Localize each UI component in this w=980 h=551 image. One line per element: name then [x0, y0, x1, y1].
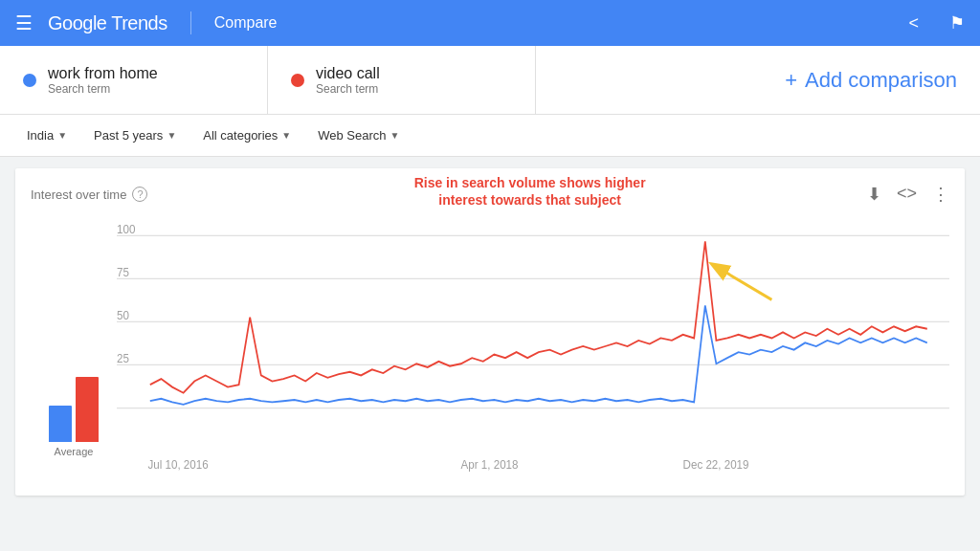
svg-text:Jul 10, 2016: Jul 10, 2016	[147, 458, 209, 472]
chart-actions: ⬇ <> ⋮	[867, 184, 949, 205]
help-icon[interactable]: ?	[132, 187, 147, 202]
filter-search-type[interactable]: Web Search ▼	[306, 122, 411, 148]
svg-line-9	[713, 265, 771, 300]
feedback-icon[interactable]: ⚑	[949, 12, 965, 33]
filter-search-type-arrow: ▼	[390, 130, 400, 141]
search-term-2[interactable]: video call Search term	[268, 46, 536, 114]
search-term-1[interactable]: work from home Search term	[0, 46, 268, 114]
average-bar-chart	[49, 365, 99, 442]
red-line	[150, 241, 927, 392]
filter-region-arrow: ▼	[57, 130, 67, 141]
compare-label: Compare	[214, 14, 278, 32]
term-name-1: work from home	[48, 65, 158, 82]
filter-bar: India ▼ Past 5 years ▼ All categories ▼ …	[0, 115, 980, 157]
svg-text:100: 100	[117, 223, 136, 236]
share-icon[interactable]: <	[908, 13, 919, 33]
svg-text:50: 50	[117, 309, 129, 322]
main-content: Rise in search volume shows higherintere…	[0, 157, 980, 507]
filter-category-label: All categories	[203, 128, 278, 143]
svg-text:Apr 1, 2018: Apr 1, 2018	[461, 458, 519, 472]
term-dot-2	[291, 74, 304, 87]
filter-search-type-label: Web Search	[318, 128, 386, 143]
search-bar: work from home Search term video call Se…	[0, 46, 980, 115]
term-info-1: work from home Search term	[48, 65, 158, 96]
filter-region[interactable]: India ▼	[15, 122, 78, 148]
filter-category-arrow: ▼	[281, 130, 291, 141]
add-comparison-label: Add comparison	[805, 68, 957, 93]
chart-header: Interest over time ? ⬇ <> ⋮	[31, 184, 949, 205]
filter-region-label: India	[27, 128, 54, 143]
header-divider	[190, 11, 191, 34]
bar-red	[76, 377, 99, 442]
app-header: ☰ Google Trends Compare < ⚑	[0, 0, 980, 46]
chart-left-panel: Average	[31, 212, 117, 480]
chart-main-area: 100 75 50 25 Jul	[117, 212, 949, 480]
term-name-2: video call	[316, 65, 380, 82]
chart-title-label: Interest over time	[31, 187, 126, 202]
svg-text:25: 25	[117, 352, 129, 365]
embed-icon[interactable]: <>	[897, 184, 917, 205]
term-info-2: video call Search term	[316, 65, 380, 96]
filter-time-arrow: ▼	[167, 130, 176, 141]
add-comparison-button[interactable]: + Add comparison	[762, 46, 980, 114]
term-type-1: Search term	[48, 82, 158, 96]
share-chart-icon[interactable]: ⋮	[932, 184, 949, 205]
bar-blue	[49, 406, 72, 442]
filter-time-label: Past 5 years	[94, 128, 163, 143]
svg-text:75: 75	[117, 266, 129, 279]
blue-line	[150, 305, 927, 404]
add-icon: +	[785, 68, 797, 93]
filter-time[interactable]: Past 5 years ▼	[82, 122, 188, 148]
term-type-2: Search term	[316, 82, 380, 96]
chart-card: Rise in search volume shows higherintere…	[15, 168, 965, 496]
average-label: Average	[55, 446, 94, 457]
term-dot-1	[23, 74, 36, 87]
download-icon[interactable]: ⬇	[867, 184, 881, 205]
app-logo: Google Trends	[48, 12, 167, 34]
chart-svg: 100 75 50 25 Jul	[117, 212, 949, 480]
chart-area: Average 100 75 50 25	[31, 212, 949, 480]
chart-title-area: Interest over time ?	[31, 187, 147, 202]
filter-category[interactable]: All categories ▼	[191, 122, 302, 148]
svg-text:Dec 22, 2019: Dec 22, 2019	[683, 458, 749, 472]
menu-icon[interactable]: ☰	[15, 11, 33, 34]
